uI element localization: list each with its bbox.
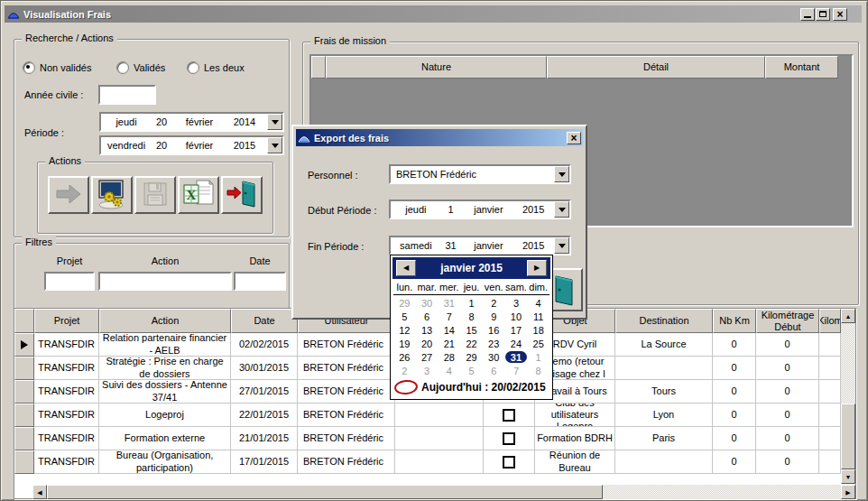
table-row[interactable]: TRANSFDIRBureau (Organisation, participa… [14, 450, 841, 474]
grid-header-destination[interactable]: Destination [615, 309, 713, 333]
cell-utilisateur: BRETON Frédéric [298, 404, 395, 427]
calendar-today-row[interactable]: Aujourd'hui : 20/02/2015 [394, 378, 550, 396]
filter-projet-input[interactable] [44, 272, 95, 291]
calendar-day[interactable]: 16 [483, 323, 505, 337]
close-button[interactable]: × [833, 8, 847, 21]
mission-header-montant[interactable]: Montant [765, 56, 838, 79]
calendar-day[interactable]: 25 [527, 337, 549, 350]
calendar-day[interactable]: 23 [483, 337, 505, 350]
minimize-button[interactable] [800, 8, 815, 21]
calendar-day[interactable]: 9 [483, 310, 505, 323]
calendar-day[interactable]: 10 [505, 310, 528, 323]
dialog-close-button[interactable]: × [567, 132, 581, 144]
annee-civile-input[interactable] [98, 85, 156, 105]
grid-header-nb_km[interactable]: Nb Km [713, 309, 756, 333]
dropdown-button[interactable] [267, 114, 282, 130]
hscroll-thumb[interactable] [47, 485, 603, 499]
grid-header-kilom[interactable]: Kilom [819, 309, 841, 333]
vscroll-thumb[interactable] [841, 404, 855, 469]
vertical-scrollbar[interactable]: ▲ ▼ [841, 309, 855, 485]
calendar-day[interactable]: 11 [527, 310, 549, 323]
calendar-day[interactable]: 12 [393, 323, 416, 337]
radio-non-validés[interactable]: Non validés [23, 60, 91, 75]
vscroll-track[interactable] [841, 323, 855, 404]
personnel-combo[interactable]: BRETON Frédéric [389, 164, 571, 184]
calendar-day[interactable]: 18 [527, 323, 549, 337]
calendar-day[interactable]: 31 [438, 296, 460, 310]
horizontal-scrollbar[interactable]: ◀ ▶ [32, 485, 855, 499]
filter-date-input[interactable] [234, 272, 286, 291]
periode-start-combo[interactable]: jeudi20février2014 [99, 112, 284, 132]
calendar-day[interactable]: 5 [393, 310, 416, 323]
calendar-day[interactable]: 4 [527, 296, 549, 310]
calendar-day[interactable]: 1 [460, 296, 483, 310]
calendar-day[interactable]: 27 [416, 350, 439, 364]
calendar-day[interactable]: 14 [438, 323, 460, 337]
scroll-left-button[interactable]: ◀ [32, 485, 47, 499]
calendar-prev-button[interactable]: ◀ [396, 260, 416, 276]
calendar-day[interactable]: 29 [393, 296, 416, 310]
calendar-day[interactable]: 31 [505, 350, 528, 364]
fin-periode-combo[interactable]: samedi31janvier2015 [389, 236, 571, 255]
exit-button[interactable] [221, 176, 263, 214]
dropdown-button[interactable] [554, 237, 569, 254]
row-checkbox[interactable] [503, 409, 515, 422]
calendar-day[interactable]: 8 [527, 364, 549, 377]
calendar-day[interactable]: 26 [393, 350, 416, 364]
personnel-dropdown-button[interactable] [554, 166, 569, 182]
radio-icon [187, 61, 199, 74]
calendar-day[interactable]: 29 [460, 350, 483, 364]
calendar-day[interactable]: 30 [416, 296, 439, 310]
grid-header-date[interactable]: Date [231, 309, 298, 333]
calendar-day[interactable]: 2 [483, 296, 505, 310]
calendar-day[interactable]: 17 [505, 323, 528, 337]
table-row[interactable]: TRANSFDIRLogeproj22/01/2015BRETON Frédér… [14, 404, 841, 427]
periode-end-combo[interactable]: vendredi20février2015 [99, 135, 284, 155]
calendar-day[interactable]: 6 [483, 364, 505, 377]
filter-action-input[interactable] [98, 272, 232, 291]
calendar-day[interactable]: 6 [416, 310, 439, 323]
calendar-day[interactable]: 24 [505, 337, 528, 350]
calendar-day[interactable]: 28 [438, 350, 460, 364]
calendar-day[interactable]: 13 [416, 323, 439, 337]
calendar-day[interactable]: 21 [438, 337, 460, 350]
calendar-day[interactable]: 1 [527, 350, 549, 364]
calendar-next-button[interactable]: ▶ [527, 260, 547, 276]
forward-arrow-button [48, 176, 89, 214]
calendar-day[interactable]: 22 [460, 337, 483, 350]
periode-label: Période : [24, 127, 64, 138]
grid-header-projet[interactable]: Projet [34, 309, 99, 333]
excel-export-button[interactable]: X [178, 176, 219, 214]
scroll-right-button[interactable]: ▶ [841, 485, 855, 499]
calendar-day[interactable]: 8 [460, 310, 483, 323]
table-row[interactable]: TRANSFDIRFormation externe21/01/2015BRET… [14, 427, 841, 450]
radio-les-deux[interactable]: Les deux [187, 60, 245, 75]
calendar-day[interactable]: 20 [416, 337, 439, 350]
row-checkbox[interactable] [503, 456, 515, 469]
calendar-day[interactable]: 30 [483, 350, 505, 364]
mission-header-nature[interactable]: Nature [326, 56, 547, 79]
calendar-day[interactable]: 19 [393, 337, 416, 350]
scroll-down-button[interactable]: ▼ [841, 469, 855, 484]
dropdown-button[interactable] [267, 137, 282, 153]
calendar-day[interactable]: 5 [460, 364, 483, 377]
calendar-day[interactable]: 4 [438, 364, 460, 377]
scroll-up-button[interactable]: ▲ [841, 309, 855, 323]
row-checkbox[interactable] [503, 432, 515, 445]
grid-header-selector[interactable] [14, 309, 34, 333]
maximize-button[interactable] [816, 8, 830, 21]
grid-header-action[interactable]: Action [99, 309, 231, 333]
calendar-day[interactable]: 7 [438, 310, 460, 323]
grid-header-km_debut[interactable]: Kilométrage Début [756, 309, 819, 333]
calendar-day[interactable]: 7 [505, 364, 528, 377]
calendar-day[interactable]: 3 [505, 296, 528, 310]
debut-periode-combo[interactable]: jeudi1janvier2015 [389, 199, 571, 219]
dropdown-button[interactable] [554, 201, 569, 218]
calendar-day[interactable]: 3 [416, 364, 439, 377]
mission-header-détail[interactable]: Détail [547, 56, 765, 79]
calendar-day[interactable]: 2 [393, 364, 416, 377]
mission-header-selector[interactable] [311, 56, 326, 79]
export-screen-button[interactable] [91, 176, 133, 214]
radio-validés[interactable]: Validés [116, 60, 165, 75]
calendar-day[interactable]: 15 [460, 323, 483, 337]
